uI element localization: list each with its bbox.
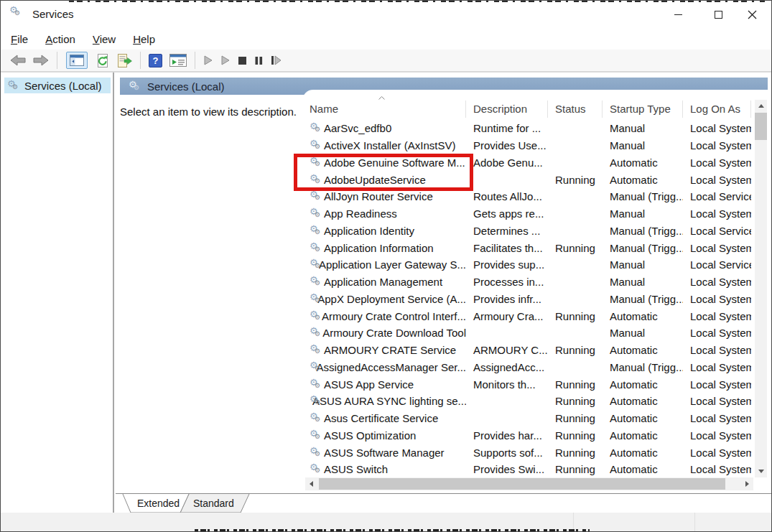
resume-service-button[interactable] [220, 55, 231, 65]
show-standard-view-button[interactable] [169, 54, 187, 67]
service-logon-as: Local System [683, 447, 751, 459]
table-row[interactable]: ⚙⚙ Application Information Facilitates t… [305, 239, 753, 256]
table-row[interactable]: ⚙⚙ AarSvc_edfb0 Runtime for ... Manual L… [305, 120, 753, 137]
service-status: Running [548, 429, 603, 442]
export-list-icon [117, 54, 132, 67]
service-startup-type: Manual (Trigg... [603, 293, 683, 305]
services-gear-icon: ⚙⚙ [129, 81, 140, 92]
console-tree-pane: ⚙⚙ Services (Local) [1, 73, 114, 513]
service-logon-as: Local System [683, 174, 751, 186]
service-startup-type: Manual (Trigg... [603, 190, 683, 202]
service-status: Running [548, 242, 603, 254]
table-row[interactable]: ⚙⚙ Armoury Crate Control Interf... Armou… [305, 307, 753, 325]
back-button[interactable] [10, 55, 26, 66]
pause-service-button[interactable] [254, 56, 264, 65]
service-description: Monitors th... [466, 378, 548, 391]
vertical-scrollbar[interactable] [755, 100, 767, 477]
service-startup-type: Manual (Trigg... [603, 361, 683, 373]
service-gear-icon: ⚙⚙ [310, 430, 321, 441]
service-logon-as: Local System [683, 242, 751, 254]
column-header-log-on-as[interactable]: Log On As [683, 101, 751, 118]
service-startup-type: Automatic [603, 447, 683, 459]
service-gear-icon: ⚙⚙ [310, 123, 321, 134]
table-row[interactable]: ⚙⚙ ActiveX Installer (AxInstSV) Provides… [305, 137, 753, 154]
service-description: Provides infr... [466, 293, 548, 305]
toolbar: ? [1, 50, 771, 72]
services-gear-icon: ⚙⚙ [9, 6, 21, 17]
service-startup-type: Automatic [603, 310, 683, 322]
svg-text:?: ? [153, 55, 159, 66]
table-row[interactable]: ⚙⚙ ASUS AURA SYNC lighting se... Running… [305, 393, 753, 410]
service-logon-as: Local System [683, 207, 751, 220]
tab-standard-label[interactable]: Standard [193, 498, 234, 509]
stop-service-button[interactable] [238, 56, 247, 65]
table-row[interactable]: ⚙⚙ AppX Deployment Service (A... Provide… [305, 291, 753, 308]
tab-extended-label[interactable]: Extended [137, 498, 180, 509]
table-row[interactable]: ⚙⚙ ASUS Optimization Provides har... Run… [305, 427, 753, 444]
horizontal-scrollbar[interactable] [305, 477, 753, 490]
help-button[interactable]: ? [149, 54, 162, 67]
service-startup-type: Manual (Trigg... [603, 242, 683, 254]
service-logon-as: Local System [683, 344, 751, 356]
close-icon [748, 10, 757, 19]
service-startup-type: Manual [603, 207, 683, 220]
menu-item-action[interactable]: Action [45, 33, 75, 45]
menu-item-help[interactable]: Help [133, 33, 155, 45]
scroll-down-button[interactable] [755, 465, 767, 477]
service-status: Running [548, 310, 603, 322]
restart-service-button[interactable] [271, 55, 282, 65]
service-gear-icon: ⚙⚙ [310, 311, 319, 322]
service-startup-type: Automatic [603, 412, 683, 424]
close-button[interactable] [735, 1, 769, 28]
start-service-button[interactable] [203, 55, 213, 65]
table-row[interactable]: ⚙⚙ App Readiness Gets apps re... Manual … [305, 205, 753, 223]
refresh-button[interactable] [96, 54, 110, 67]
forward-button[interactable] [33, 55, 49, 66]
service-gear-icon: ⚙⚙ [310, 345, 321, 355]
table-row[interactable]: ⚙⚙ Asus Certificate Service Running Auto… [305, 410, 753, 427]
table-row[interactable]: ⚙⚙ ASUS App Service Monitors th... Runni… [305, 375, 753, 393]
minimize-button[interactable] [661, 1, 695, 28]
standard-view-icon [169, 54, 187, 67]
table-row[interactable]: ⚙⚙ Application Management Processes in..… [305, 274, 753, 291]
scroll-left-button[interactable] [305, 477, 317, 490]
vertical-scroll-thumb[interactable] [755, 113, 767, 140]
service-gear-icon: ⚙⚙ [310, 276, 321, 287]
export-list-button[interactable] [117, 54, 132, 67]
table-row[interactable]: ⚙⚙ ASUS Software Manager Supports sof...… [305, 444, 753, 461]
table-row[interactable]: ⚙⚙ Application Layer Gateway S... Provid… [305, 256, 753, 274]
column-header-status[interactable]: Status [548, 101, 603, 118]
scroll-up-button[interactable] [755, 100, 767, 112]
show-console-tree-button[interactable] [66, 52, 88, 69]
service-startup-type: Automatic [603, 344, 683, 356]
tree-item-services-local[interactable]: ⚙⚙ Services (Local) [4, 78, 111, 93]
service-startup-type: Automatic [603, 157, 683, 169]
scroll-right-button[interactable] [741, 477, 753, 490]
toolbar-separator [57, 52, 57, 69]
services-gear-icon: ⚙⚙ [7, 80, 19, 91]
service-name: ARMOURY CRATE Service [324, 344, 456, 356]
service-description: Supports sof... [466, 447, 548, 459]
service-startup-type: Manual (Trigg... [603, 225, 683, 237]
service-name: Armoury Crate Control Interf... [322, 310, 466, 322]
service-gear-icon: ⚙⚙ [310, 379, 321, 390]
service-gear-icon: ⚙⚙ [310, 362, 314, 373]
table-row[interactable]: ⚙⚙ Armoury Crate Download Tool Manual Lo… [305, 325, 753, 342]
horizontal-scroll-thumb[interactable] [319, 478, 725, 490]
service-logon-as: Local System [683, 157, 751, 169]
play-icon [220, 55, 231, 65]
service-name: ActiveX Installer (AxInstSV) [324, 139, 455, 151]
table-row[interactable]: ⚙⚙ ASUS Switch Provides Swi... Running A… [305, 461, 753, 478]
column-header-name[interactable]: Name [305, 101, 466, 118]
stop-icon [238, 56, 247, 65]
column-header-description[interactable]: Description [466, 101, 548, 118]
service-description: Processes in... [466, 276, 548, 288]
screen-edge-artifact [69, 1, 766, 2]
menu-item-view[interactable]: View [93, 33, 116, 45]
menu-item-file[interactable]: File [11, 33, 28, 45]
table-row[interactable]: ⚙⚙ AssignedAccessManager Ser... Assigned… [305, 359, 753, 376]
column-header-startup-type[interactable]: Startup Type [603, 101, 683, 118]
table-row[interactable]: ⚙⚙ ARMOURY CRATE Service ARMOURY C... Ru… [305, 342, 753, 359]
maximize-button[interactable] [702, 1, 735, 28]
table-row[interactable]: ⚙⚙ Application Identity Determines ... M… [305, 223, 753, 240]
